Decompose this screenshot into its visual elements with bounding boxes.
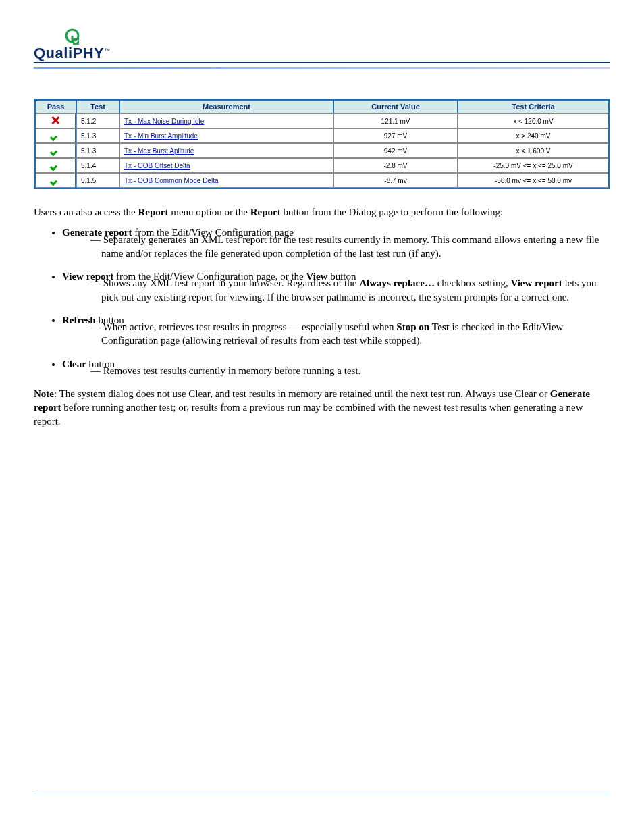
test-criteria: -50.0 mv <= x <= 50.0 mv: [458, 173, 609, 188]
checkmark-icon: [49, 175, 61, 184]
page-header: QualiPHY™: [34, 27, 610, 63]
measurement-cell: Tx - Max Noise During Idle: [119, 113, 333, 128]
col-test: Test: [76, 100, 119, 113]
current-value: 121.1 mV: [333, 113, 458, 128]
current-value: -8.7 mv: [333, 173, 458, 188]
current-value: 927 mV: [333, 128, 458, 143]
measurement-link[interactable]: Tx - Max Burst Aplitude: [124, 147, 194, 155]
table-row: 5.1.4Tx - OOB Offset Delta-2.8 mV-25.0 m…: [35, 158, 609, 173]
test-number: 5.1.4: [76, 158, 119, 173]
logo-mark-icon: [34, 27, 111, 46]
footer-right: A: [606, 804, 611, 811]
checkmark-icon: [49, 145, 61, 155]
list-item: Generate report from the Edit/View Confi…: [62, 226, 610, 260]
list-item: View report from the Edit/View Configura…: [62, 269, 610, 304]
results-table: Pass Test Measurement Current Value Test…: [34, 99, 610, 189]
current-value: 942 mV: [333, 143, 458, 158]
checkmark-icon: [49, 130, 61, 140]
col-value: Current Value: [333, 100, 458, 113]
test-number: 5.1.2: [76, 113, 119, 128]
body-copy: Users can also access the Report menu op…: [34, 205, 610, 428]
measurement-link[interactable]: Tx - OOB Offset Delta: [124, 162, 190, 170]
test-criteria: -25.0 mV <= x <= 25.0 mV: [458, 158, 609, 173]
table-row: 5.1.5Tx - OOB Common Mode Delta-8.7 mv-5…: [35, 173, 609, 188]
col-pass: Pass: [35, 100, 76, 113]
col-meas: Measurement: [119, 100, 333, 113]
list-item: Clear button — Removes test results curr…: [62, 357, 610, 378]
test-criteria: x < 1.600 V: [458, 143, 609, 158]
measurement-link[interactable]: Tx - Max Noise During Idle: [124, 118, 204, 125]
list-item: Refresh button — When active, retrieves …: [62, 313, 610, 348]
test-number: 5.1.3: [76, 143, 119, 158]
logo: QualiPHY™: [34, 27, 111, 62]
measurement-cell: Tx - Max Burst Aplitude: [119, 143, 333, 158]
table-row: 5.1.3Tx - Min Burst Amplitude927 mVx > 2…: [35, 128, 609, 143]
pass-icon: [35, 158, 76, 173]
col-crit: Test Criteria: [458, 100, 609, 113]
table-row: 5.1.3Tx - Max Burst Aplitude942 mVx < 1.…: [35, 143, 609, 158]
table-row: 5.1.2Tx - Max Noise During Idle121.1 mVx…: [35, 113, 609, 128]
logo-wordmark: QualiPHY™: [34, 46, 111, 61]
pass-icon: [35, 128, 76, 143]
checkmark-icon: [49, 160, 61, 170]
current-value: -2.8 mV: [333, 158, 458, 173]
header-gradient-rule: [34, 67, 610, 69]
test-number: 5.1.3: [76, 128, 119, 143]
measurement-cell: Tx - OOB Offset Delta: [119, 158, 333, 173]
intro-paragraph: Users can also access the Report menu op…: [34, 205, 610, 219]
crossmark-icon: [51, 115, 60, 125]
test-criteria: x < 120.0 mV: [458, 113, 609, 128]
measurement-cell: Tx - OOB Common Mode Delta: [119, 173, 333, 188]
measurement-link[interactable]: Tx - Min Burst Amplitude: [124, 132, 198, 140]
pass-icon: [35, 143, 76, 158]
fail-icon: [35, 113, 76, 128]
measurement-link[interactable]: Tx - OOB Common Mode Delta: [124, 177, 218, 184]
outro-paragraph: Note: The system dialog does not use Cle…: [34, 387, 610, 428]
top-spacer: [34, 85, 610, 99]
measurement-cell: Tx - Min Burst Amplitude: [119, 128, 333, 143]
page-footer: 924291 Rev A A: [34, 804, 610, 811]
pass-icon: [35, 173, 76, 188]
test-number: 5.1.5: [76, 173, 119, 188]
footer-rule: [34, 793, 610, 793]
test-criteria: x > 240 mV: [458, 128, 609, 143]
